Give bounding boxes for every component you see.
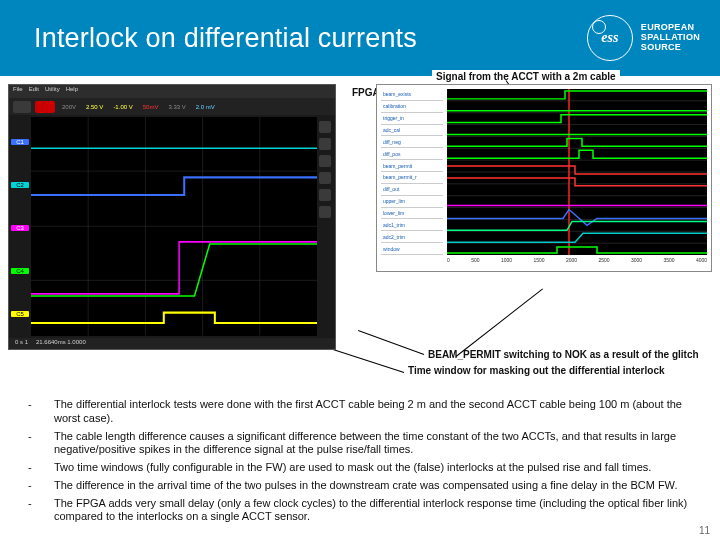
chipscope-screenshot: beam_exists calibration trigger_in adc_c… bbox=[376, 84, 712, 272]
list-item: diff_pos bbox=[381, 148, 443, 160]
scope-v7: 2.0 mV bbox=[193, 103, 218, 111]
chipscope-svg bbox=[447, 89, 707, 255]
side-button[interactable] bbox=[319, 206, 331, 218]
side-button[interactable] bbox=[319, 189, 331, 201]
chipscope-plot bbox=[447, 89, 707, 255]
leader-line bbox=[456, 288, 543, 357]
side-button[interactable] bbox=[319, 138, 331, 150]
list-item: adc2_trim bbox=[381, 231, 443, 243]
list-item: adc_cal bbox=[381, 125, 443, 137]
callout-beam-permit: BEAM_PERMIT switching to NOK as a result… bbox=[424, 348, 703, 361]
list-item: -Two time windows (fully configurable in… bbox=[28, 461, 700, 475]
list-item: -The FPGA adds very small delay (only a … bbox=[28, 497, 700, 525]
scope-v3: -1.00 V bbox=[110, 103, 135, 111]
list-item: -The differential interlock tests were d… bbox=[28, 398, 700, 426]
figure-area: Signal from the ACCT with a 2m cable FPG… bbox=[0, 76, 720, 374]
list-item: upper_lim bbox=[381, 196, 443, 208]
scope-side-buttons bbox=[319, 121, 333, 335]
list-item: beam_permit bbox=[381, 160, 443, 172]
scope-v2: 2.50 V bbox=[83, 103, 106, 111]
callout-time-window: Time window for masking out the differen… bbox=[404, 364, 669, 377]
list-item: calibration bbox=[381, 101, 443, 113]
list-item: beam_permit_r bbox=[381, 172, 443, 184]
page-title: Interlock on differential currents bbox=[34, 23, 587, 54]
header: Interlock on differential currents ess E… bbox=[0, 0, 720, 76]
list-item: beam_exists bbox=[381, 89, 443, 101]
list-item: lower_lim bbox=[381, 208, 443, 220]
play-icon[interactable] bbox=[13, 101, 31, 113]
scope-plot bbox=[31, 117, 317, 336]
scope-v1: 200V bbox=[59, 103, 79, 111]
scope-svg bbox=[31, 117, 317, 336]
side-button[interactable] bbox=[319, 155, 331, 167]
oscilloscope-screenshot: File Edit Utility Help 200V 2.50 V -1.00… bbox=[8, 84, 336, 350]
list-item: -The difference in the arrival time of t… bbox=[28, 479, 700, 493]
logo-text: EUROPEAN SPALLATION SOURCE bbox=[641, 23, 700, 53]
scope-channel-tags: C1 C2 C3 C4 C5 bbox=[11, 121, 29, 335]
chipscope-xaxis: 0 500 1000 1500 2000 2500 3000 3500 4000 bbox=[447, 257, 707, 269]
list-item: window bbox=[381, 243, 443, 255]
page-number: 11 bbox=[699, 525, 710, 536]
stop-button[interactable] bbox=[35, 101, 55, 113]
chipscope-signal-list: beam_exists calibration trigger_in adc_c… bbox=[381, 89, 443, 255]
logo-icon: ess bbox=[587, 15, 633, 61]
list-item: trigger_in bbox=[381, 113, 443, 125]
scope-v6: 3.33 V bbox=[165, 103, 188, 111]
scope-footer: 0 s 1 21.6640ms 1.0000 bbox=[9, 338, 335, 349]
logo: ess EUROPEAN SPALLATION SOURCE bbox=[587, 15, 700, 61]
list-item: diff_neg bbox=[381, 136, 443, 148]
scope-menubar: File Edit Utility Help bbox=[9, 85, 335, 98]
list-item: adc1_trim bbox=[381, 219, 443, 231]
list-item: diff_out bbox=[381, 184, 443, 196]
scope-toolbar: 200V 2.50 V -1.00 V 50mV 3.33 V 2.0 mV bbox=[9, 98, 335, 115]
bullet-list: -The differential interlock tests were d… bbox=[28, 398, 700, 528]
leader-line bbox=[358, 330, 424, 355]
side-button[interactable] bbox=[319, 121, 331, 133]
scope-v4: 50mV bbox=[140, 103, 162, 111]
list-item: -The cable length difference causes a si… bbox=[28, 430, 700, 458]
side-button[interactable] bbox=[319, 172, 331, 184]
callout-signal-2m: Signal from the ACCT with a 2m cable bbox=[432, 70, 620, 83]
